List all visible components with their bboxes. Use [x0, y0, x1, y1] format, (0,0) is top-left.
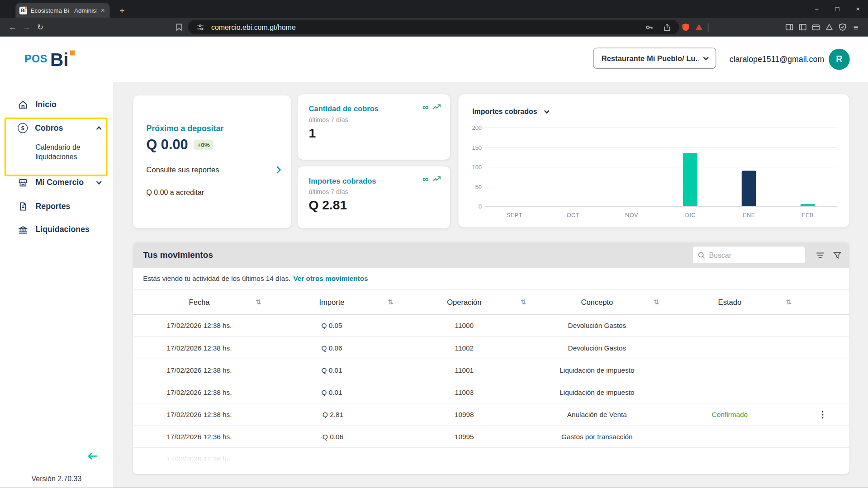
table-row[interactable]: 17/02/2026 12:38 hs. Q 0.01 11001 Liquid… — [133, 359, 849, 381]
column-header-importe[interactable]: Importe⇅ — [266, 290, 398, 314]
cell-estado — [664, 448, 796, 470]
cell-operacion: 10995 — [398, 426, 531, 447]
cell-importe — [266, 448, 398, 470]
cell-estado: Confirmado — [664, 403, 796, 425]
chart-bar-feb — [801, 204, 815, 206]
reload-button[interactable]: ↻ — [33, 23, 47, 32]
table-row[interactable]: 17/02/2026 12:36 hs. ⋮ — [133, 448, 849, 470]
url-text[interactable]: comercio.ebi.com.gt/home — [211, 23, 638, 31]
sidebar-item-calendario-liquidaciones[interactable]: Calendario de liquidaciones — [35, 143, 105, 161]
user-email: claralope1511@gmail.com — [730, 37, 824, 82]
forward-button[interactable]: → — [19, 23, 33, 32]
table-row[interactable]: 17/02/2026 12:36 hs. -Q 0.06 10995 Gasto… — [133, 426, 849, 448]
column-header-actions — [796, 290, 849, 314]
cell-importe: -Q 2.81 — [266, 403, 398, 425]
table-row[interactable]: 17/02/2026 12:38 hs. Q 0.06 11002 Devolu… — [133, 337, 849, 359]
deposit-card: Próximo a depositar Q 0.00 +0% Consulte … — [133, 95, 291, 228]
table-row[interactable]: 17/02/2026 12:38 hs. Q 0.01 11003 Liquid… — [133, 381, 849, 403]
sidebar-item-liquidaciones[interactable]: Liquidaciones — [0, 218, 113, 241]
chart-xtick-label: NOV — [602, 212, 661, 218]
cell-fecha: 17/02/2026 12:36 hs. — [133, 448, 266, 470]
browser-tab[interactable]: Bi Ecosistema Bi - Administrador × — [15, 3, 109, 18]
chart-title-row[interactable]: Importes cobrados — [472, 108, 549, 116]
chevron-down-icon[interactable] — [544, 108, 550, 114]
password-key-icon[interactable] — [642, 23, 655, 31]
charged-amounts-title: Importes cobrados — [309, 177, 376, 185]
sidebar-item-reportes[interactable]: Reportes — [0, 195, 113, 217]
trending-up-icon — [432, 175, 441, 183]
window-maximize-button[interactable]: □ — [827, 0, 847, 18]
chevron-down-icon — [703, 55, 709, 60]
site-settings-icon[interactable] — [194, 23, 207, 31]
column-header-concepto[interactable]: Concepto⇅ — [531, 290, 664, 314]
logo-orange-square — [70, 51, 75, 56]
sidebar-panel-icon[interactable] — [796, 23, 809, 32]
sort-icon[interactable]: ⇅ — [388, 298, 394, 306]
column-header-operacion[interactable]: Operación⇅ — [398, 290, 531, 314]
charged-amounts-subtitle: últimos 7 días — [309, 189, 348, 195]
window-close-button[interactable]: × — [848, 0, 868, 18]
cell-operacion — [398, 448, 531, 470]
tab-panel-icon[interactable] — [783, 23, 796, 32]
home-icon — [18, 99, 28, 109]
chart-xtick-label: ENE — [720, 212, 778, 218]
funnel-icon[interactable] — [830, 248, 844, 261]
sort-icon[interactable]: ⇅ — [521, 298, 526, 306]
infinity-icon: ∞ — [422, 103, 428, 111]
cell-operacion: 11000 — [398, 315, 531, 336]
movements-info-bar: Estás viendo tu actividad de los últimos… — [133, 268, 849, 290]
filter-icon[interactable] — [813, 248, 826, 261]
column-header-estado[interactable]: Estado⇅ — [664, 290, 796, 314]
table-row[interactable]: 17/02/2026 12:38 hs. Q 0.05 11000 Devolu… — [133, 315, 849, 337]
movements-header: Tus movimientos — [133, 242, 849, 268]
column-header-fecha[interactable]: Fecha⇅ — [133, 290, 266, 314]
share-icon[interactable] — [660, 23, 674, 31]
cell-fecha: 17/02/2026 12:38 hs. — [133, 403, 266, 425]
rewards-icon[interactable] — [823, 23, 836, 32]
sidebar-item-cobros[interactable]: $ Cobros — [0, 117, 113, 139]
sidebar-collapse-button[interactable] — [86, 450, 99, 464]
column-label: Operación — [447, 298, 481, 306]
extension-triangle-icon[interactable] — [693, 23, 706, 32]
window-minimize-button[interactable]: − — [806, 0, 827, 18]
cell-actions: ⋮ — [796, 337, 849, 359]
cell-fecha: 17/02/2026 12:38 hs. — [133, 337, 266, 359]
new-tab-button[interactable]: + — [116, 6, 128, 16]
wallet-icon[interactable] — [809, 23, 822, 32]
cell-operacion: 11001 — [398, 359, 531, 381]
bank-icon — [18, 224, 28, 235]
bookmark-icon[interactable] — [172, 23, 185, 32]
merchant-selector[interactable]: Restaurante Mi Pueblo/ Lu... — [593, 47, 716, 69]
shield-check-icon[interactable] — [836, 23, 849, 32]
see-other-movements-link[interactable]: Ver otros movimientos — [293, 275, 368, 282]
url-bar[interactable]: comercio.ebi.com.gt/home — [188, 20, 679, 34]
sort-icon[interactable]: ⇅ — [256, 298, 261, 306]
search-box[interactable] — [693, 246, 805, 263]
cell-fecha: 17/02/2026 12:38 hs. — [133, 315, 266, 336]
back-button[interactable]: ← — [5, 23, 19, 32]
brave-shield-icon[interactable] — [679, 23, 692, 32]
avatar[interactable]: R — [829, 49, 850, 70]
search-input[interactable] — [709, 251, 800, 259]
trending-up-icon — [432, 103, 441, 110]
browser-menu-icon[interactable]: ≡ — [849, 23, 862, 32]
sidebar-item-label: Inicio — [35, 100, 56, 109]
chevron-right-icon[interactable] — [274, 166, 281, 173]
sidebar-item-inicio[interactable]: Inicio — [0, 93, 113, 115]
row-menu-icon[interactable]: ⋮ — [818, 409, 827, 419]
chart-xtick-label: SEPT — [485, 212, 544, 218]
cell-concepto: Liquidación de impuesto — [531, 359, 664, 381]
tab-strip: Bi Ecosistema Bi - Administrador × + − □… — [0, 0, 868, 18]
sort-icon[interactable]: ⇅ — [786, 298, 792, 306]
table-row[interactable]: 17/02/2026 12:38 hs. -Q 2.81 10998 Anula… — [133, 403, 849, 426]
charged-amounts-value: Q 2.81 — [309, 198, 347, 213]
sidebar-item-label: Reportes — [35, 202, 70, 211]
sort-icon[interactable]: ⇅ — [654, 298, 659, 306]
sidebar-item-mi-comercio[interactable]: Mi Comercio — [0, 171, 113, 194]
cell-operacion: 10998 — [398, 403, 531, 425]
chart-slot-feb — [778, 204, 837, 206]
reports-link-row[interactable]: Consulte sus reportes — [147, 161, 280, 178]
cell-operacion: 11002 — [398, 337, 531, 359]
chevron-down-icon — [96, 179, 102, 184]
tab-close-icon[interactable]: × — [100, 6, 106, 14]
